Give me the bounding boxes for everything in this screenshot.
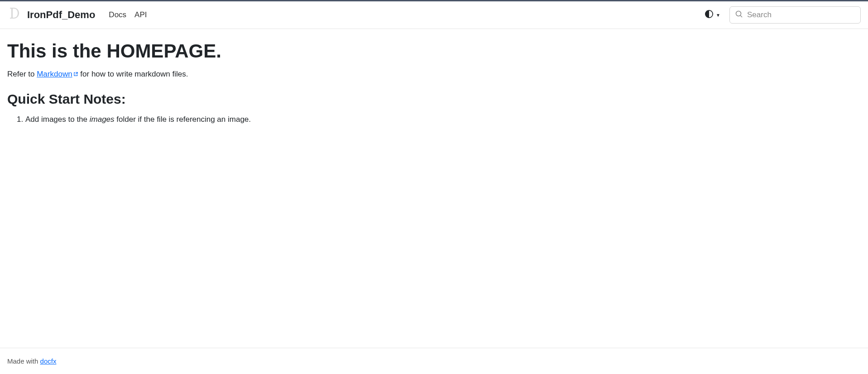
search-box[interactable] [729,6,861,24]
h1-bold: HOMEPAGE [106,40,216,62]
search-icon [735,10,743,19]
list-item: Add images to the images folder if the f… [25,113,861,125]
nav-links: Docs API [109,10,147,19]
theme-toggle[interactable]: ▼ [703,8,722,22]
page-title: This is the HOMEPAGE. [7,40,861,62]
intro-paragraph: Refer to Markdown for how to write markd… [7,70,861,79]
nav-link-docs[interactable]: Docs [109,10,126,19]
theme-contrast-icon [705,10,713,20]
logo-icon [7,6,22,24]
nav-right-group: ▼ [703,6,861,24]
h1-prefix: This is the [7,40,106,62]
brand-link[interactable]: IronPdf_Demo [7,6,95,24]
quick-start-heading: Quick Start Notes: [7,91,861,107]
nav-left-group: IronPdf_Demo Docs API [7,6,698,24]
list-item-suffix: folder if the file is referencing an ima… [115,115,251,124]
main-content: This is the HOMEPAGE. Refer to Markdown … [0,29,868,348]
nav-link-api[interactable]: API [134,10,147,19]
search-input[interactable] [747,10,855,19]
footer-prefix: Made with [7,357,40,365]
intro-suffix: for how to write markdown files. [78,70,188,78]
h1-suffix: . [216,40,221,62]
svg-point-0 [736,11,741,16]
brand-text: IronPdf_Demo [27,9,95,21]
svg-line-1 [740,15,742,17]
list-item-italic: images [90,115,115,124]
markdown-link[interactable]: Markdown [37,70,78,78]
list-item-prefix: Add images to the [25,115,90,124]
caret-down-icon: ▼ [716,13,720,18]
page-footer: Made with docfx [0,348,868,374]
intro-prefix: Refer to [7,70,37,78]
main-navbar: IronPdf_Demo Docs API ▼ [0,1,868,29]
external-link-icon [73,70,78,79]
docfx-link[interactable]: docfx [40,357,57,365]
quick-start-list: Add images to the images folder if the f… [7,113,861,125]
